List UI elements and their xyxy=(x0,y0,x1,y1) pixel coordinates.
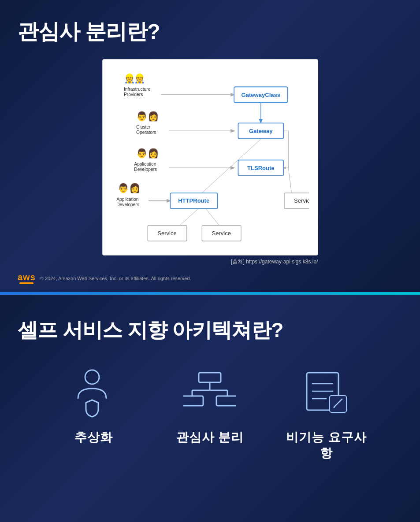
svg-text:Developers: Developers xyxy=(116,202,139,207)
aws-logo-slide1: aws xyxy=(18,273,36,284)
abstraction-icon-wrapper xyxy=(67,366,120,419)
svg-rect-49 xyxy=(183,396,203,406)
icon-item-separation: 관심사 분리 xyxy=(166,366,254,445)
nonfunctional-label: 비기능 요구사항 xyxy=(282,429,371,462)
svg-text:TLSRoute: TLSRoute xyxy=(247,165,274,171)
separation-icon-wrapper xyxy=(183,366,236,419)
svg-text:👷: 👷 xyxy=(134,73,145,84)
svg-text:👨: 👨 xyxy=(136,148,148,159)
svg-text:GatewayClass: GatewayClass xyxy=(241,92,280,98)
svg-rect-50 xyxy=(216,396,236,406)
svg-text:👷: 👷 xyxy=(124,73,135,84)
svg-text:👩: 👩 xyxy=(148,148,159,159)
svg-text:Gateway: Gateway xyxy=(249,128,272,134)
source-link: [출처] https://gateway-api.sigs.k8s.io/ xyxy=(102,258,318,266)
svg-text:Service: Service xyxy=(294,197,309,204)
icon-item-nonfunctional: 비기능 요구사항 xyxy=(282,366,371,462)
svg-text:Service: Service xyxy=(157,230,177,237)
abstraction-label: 추상화 xyxy=(74,429,113,445)
svg-text:Developers: Developers xyxy=(134,167,157,172)
svg-text:Service: Service xyxy=(212,230,231,237)
hierarchy-icon xyxy=(183,370,236,415)
separation-label: 관심사 분리 xyxy=(176,429,244,445)
svg-rect-44 xyxy=(199,373,221,382)
svg-point-43 xyxy=(85,370,99,384)
icon-item-abstraction: 추상화 xyxy=(49,366,138,445)
aws-logo-text: aws xyxy=(18,273,36,281)
svg-text:👩: 👩 xyxy=(129,182,141,194)
slide2-title: 셀프 서비스 지향 아키텍쳐란? xyxy=(18,317,402,344)
diagram-container: 👷 👷 Infrastructure Providers 👨 👩 Cluster… xyxy=(102,59,318,255)
slide-1: 관심사 분리란? xyxy=(0,0,420,292)
icons-row: 추상화 xyxy=(18,366,402,462)
svg-text:Cluster: Cluster xyxy=(136,125,151,130)
svg-text:HTTPRoute: HTTPRoute xyxy=(178,197,209,204)
nonfunctional-icon-wrapper xyxy=(300,366,353,419)
aws-logo-underline xyxy=(19,282,33,284)
svg-rect-55 xyxy=(330,396,346,412)
svg-text:👨: 👨 xyxy=(118,182,129,194)
footer-copyright-slide1: © 2024, Amazon Web Services, Inc. or its… xyxy=(40,276,191,281)
checklist-icon xyxy=(302,368,351,417)
svg-text:Operators: Operators xyxy=(136,130,156,135)
svg-text:Application: Application xyxy=(134,162,156,167)
svg-text:Infrastructure: Infrastructure xyxy=(124,87,151,92)
person-shield-icon xyxy=(69,367,118,418)
svg-text:Application: Application xyxy=(116,197,138,202)
slide-2: 셀프 서비스 지향 아키텍쳐란? 추상화 xyxy=(0,295,420,522)
svg-text:👩: 👩 xyxy=(148,111,159,122)
footer-slide1: aws © 2024, Amazon Web Services, Inc. or… xyxy=(18,273,191,284)
svg-text:Providers: Providers xyxy=(124,92,143,97)
diagram-svg: 👷 👷 Infrastructure Providers 👨 👩 Cluster… xyxy=(112,68,309,244)
slide1-title: 관심사 분리란? xyxy=(18,18,402,46)
svg-text:👨: 👨 xyxy=(136,111,148,122)
